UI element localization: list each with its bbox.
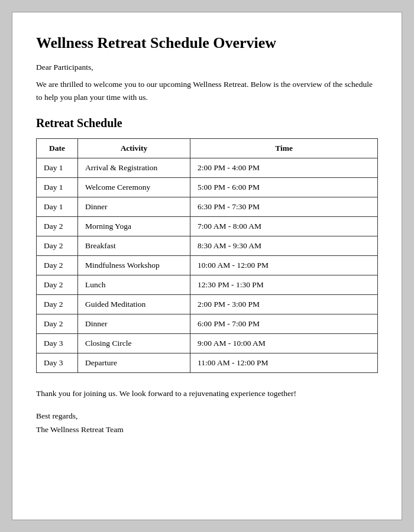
table-row: Day 2Dinner6:00 PM - 7:00 PM — [37, 314, 378, 334]
cell-time: 11:00 AM - 12:00 PM — [190, 353, 378, 373]
table-header-row: Date Activity Time — [37, 139, 378, 158]
cell-time: 8:30 AM - 9:30 AM — [190, 236, 378, 256]
schedule-table: Date Activity Time Day 1Arrival & Regist… — [36, 138, 378, 373]
cell-activity: Breakfast — [78, 236, 190, 256]
table-row: Day 1Dinner6:30 PM - 7:30 PM — [37, 197, 378, 217]
sign-off-line2: The Wellness Retreat Team — [36, 423, 378, 437]
table-row: Day 2Morning Yoga7:00 AM - 8:00 AM — [37, 217, 378, 236]
cell-date: Day 3 — [37, 334, 78, 353]
cell-activity: Closing Circle — [78, 334, 190, 353]
cell-time: 2:00 PM - 3:00 PM — [190, 295, 378, 314]
main-title: Wellness Retreat Schedule Overview — [36, 34, 378, 52]
cell-time: 5:00 PM - 6:00 PM — [190, 178, 378, 197]
cell-date: Day 1 — [37, 197, 78, 217]
cell-time: 6:00 PM - 7:00 PM — [190, 314, 378, 334]
cell-activity: Guided Meditation — [78, 295, 190, 314]
cell-time: 2:00 PM - 4:00 PM — [190, 158, 378, 178]
cell-date: Day 2 — [37, 217, 78, 236]
col-header-activity: Activity — [78, 139, 190, 158]
cell-date: Day 1 — [37, 158, 78, 178]
table-row: Day 3Departure11:00 AM - 12:00 PM — [37, 353, 378, 373]
table-row: Day 1Arrival & Registration2:00 PM - 4:0… — [37, 158, 378, 178]
cell-activity: Dinner — [78, 314, 190, 334]
table-row: Day 2Breakfast8:30 AM - 9:30 AM — [37, 236, 378, 256]
cell-time: 10:00 AM - 12:00 PM — [190, 256, 378, 275]
cell-activity: Arrival & Registration — [78, 158, 190, 178]
sign-off-line1: Best regards, — [36, 410, 378, 423]
cell-time: 7:00 AM - 8:00 AM — [190, 217, 378, 236]
cell-date: Day 2 — [37, 314, 78, 334]
intro-text: We are thrilled to welcome you to our up… — [36, 78, 378, 103]
thank-you-text: Thank you for joining us. We look forwar… — [36, 387, 378, 400]
cell-date: Day 2 — [37, 256, 78, 275]
col-header-date: Date — [37, 139, 78, 158]
greeting-text: Dear Participants, — [36, 63, 378, 72]
table-row: Day 2Lunch12:30 PM - 1:30 PM — [37, 275, 378, 295]
cell-activity: Mindfulness Workshop — [78, 256, 190, 275]
cell-date: Day 2 — [37, 236, 78, 256]
cell-time: 6:30 PM - 7:30 PM — [190, 197, 378, 217]
table-row: Day 2Mindfulness Workshop10:00 AM - 12:0… — [37, 256, 378, 275]
cell-activity: Departure — [78, 353, 190, 373]
table-row: Day 3Closing Circle9:00 AM - 10:00 AM — [37, 334, 378, 353]
cell-time: 9:00 AM - 10:00 AM — [190, 334, 378, 353]
cell-activity: Lunch — [78, 275, 190, 295]
cell-date: Day 1 — [37, 178, 78, 197]
col-header-time: Time — [190, 139, 378, 158]
section-title: Retreat Schedule — [36, 116, 378, 130]
table-row: Day 1Welcome Ceremony5:00 PM - 6:00 PM — [37, 178, 378, 197]
cell-date: Day 3 — [37, 353, 78, 373]
table-row: Day 2Guided Meditation2:00 PM - 3:00 PM — [37, 295, 378, 314]
cell-activity: Welcome Ceremony — [78, 178, 190, 197]
cell-activity: Morning Yoga — [78, 217, 190, 236]
cell-date: Day 2 — [37, 275, 78, 295]
cell-time: 12:30 PM - 1:30 PM — [190, 275, 378, 295]
sign-off: Best regards, The Wellness Retreat Team — [36, 410, 378, 437]
cell-date: Day 2 — [37, 295, 78, 314]
cell-activity: Dinner — [78, 197, 190, 217]
page-container: Wellness Retreat Schedule Overview Dear … — [12, 12, 402, 520]
